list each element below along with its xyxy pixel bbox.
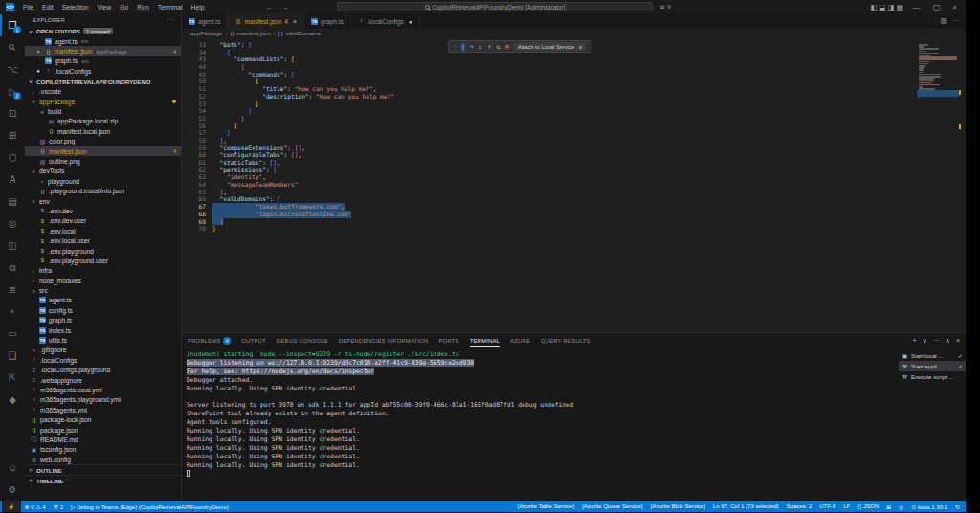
panel-tab-azure[interactable]: AZURE: [510, 333, 530, 347]
terminal-instance[interactable]: ⚒Execute script ...: [899, 371, 966, 382]
open-editor-item[interactable]: TSgraph.tssrc: [25, 56, 181, 66]
menu-run[interactable]: Run: [133, 4, 152, 11]
activity-m365-agents-toolkit[interactable]: ▤: [0, 190, 25, 212]
breadcrumb[interactable]: appPackage›{}manifest.json›[ ]validDomai…: [182, 29, 966, 38]
tree-item[interactable]: TSgraph.ts: [25, 316, 181, 325]
activity-extensions[interactable]: ⊞: [0, 124, 25, 146]
open-editor-item[interactable]: ●!.localConfigs: [25, 66, 181, 76]
step-over-icon[interactable]: ↷: [470, 43, 474, 51]
tree-item[interactable]: {}.playground.installInfo.json: [25, 186, 181, 195]
tree-item[interactable]: {}package-lock.json: [25, 414, 181, 424]
tree-item[interactable]: ▣tsconfig.json: [25, 445, 181, 455]
tree-item[interactable]: $.env.dev.user: [25, 216, 181, 226]
tree-item[interactable]: TSconfig.ts: [25, 305, 181, 315]
activity-containers[interactable]: ◫: [0, 234, 25, 256]
breadcrumb-item[interactable]: manifest.json: [236, 31, 270, 36]
back-icon[interactable]: ←: [265, 3, 273, 11]
tree-item[interactable]: vsrc: [25, 285, 181, 295]
step-into-icon[interactable]: ↓: [479, 43, 482, 51]
activity-manage[interactable]: ⚙: [0, 479, 25, 501]
minimize-button[interactable]: —: [910, 3, 924, 11]
panel-tab-terminal[interactable]: TERMINAL: [470, 333, 500, 347]
layout-status-icon[interactable]: ⊞: [882, 501, 895, 512]
tools-count[interactable]: ⚒ 2: [50, 501, 67, 512]
tree-item[interactable]: {}manifest.json4: [25, 146, 181, 156]
panel-tab-query-results[interactable]: QUERY RESULTS: [541, 333, 590, 347]
indentation[interactable]: Spaces: 2: [783, 501, 816, 512]
activity-remote-window[interactable]: ⧉: [0, 256, 25, 279]
problems-summary[interactable]: ⊗ 0 ⚠ 4: [21, 501, 50, 512]
open-editor-item[interactable]: TSagent.tssrc: [25, 36, 181, 46]
tree-item[interactable]: $.env.playground: [25, 246, 181, 256]
tree-item[interactable]: !m365agents.playground.yml: [25, 395, 181, 405]
activity-source-control[interactable]: ⌥: [0, 58, 25, 80]
tree-item[interactable]: ▨color.png: [25, 137, 181, 146]
copilot-control[interactable]: ⧇ ∨: [660, 3, 672, 11]
breadcrumb-item[interactable]: validDomains: [286, 31, 321, 36]
tree-item[interactable]: !m365agents.yml: [25, 405, 181, 414]
activity-explorer[interactable]: ❐1: [0, 14, 25, 36]
menu-view[interactable]: View: [94, 4, 116, 11]
layout-toggle-icon-1[interactable]: ⬓: [879, 3, 887, 11]
activity-remote-explorer[interactable]: ⊡: [0, 102, 25, 124]
drag-handle-icon[interactable]: ∷: [454, 43, 457, 50]
pause-icon[interactable]: ‖: [461, 43, 465, 51]
activity-run-and-debug[interactable]: ▷2: [0, 80, 25, 102]
activity-teams-toolkit[interactable]: ◆: [0, 389, 25, 411]
activity-search[interactable]: ⚲: [0, 36, 25, 58]
tree-item[interactable]: vbuild: [25, 106, 181, 116]
sync-icon[interactable]: ↻: [951, 501, 964, 512]
tree-item[interactable]: !.localConfigs: [25, 355, 181, 365]
menu-edit[interactable]: Edit: [38, 4, 57, 11]
language-mode[interactable]: {} JSON: [854, 501, 882, 512]
layout-toggle-icon-2[interactable]: ◨: [888, 3, 897, 11]
step-out-icon[interactable]: ↑: [487, 43, 491, 51]
open-editor-item[interactable]: ×{}manifest.jsonappPackage4: [25, 46, 181, 56]
outline-header[interactable]: > OUTLINE: [25, 464, 181, 475]
azurite-table-service[interactable]: [Azurite Table Service]: [514, 501, 579, 512]
menu-go[interactable]: Go: [116, 4, 132, 11]
tree-item[interactable]: $.env.local: [25, 226, 181, 235]
activity-api-center[interactable]: ◎: [0, 212, 25, 234]
activity-azure[interactable]: A: [0, 168, 25, 190]
views-more-icon[interactable]: ⋯: [933, 337, 940, 345]
restart-icon[interactable]: ↻: [497, 43, 501, 51]
menu-selection[interactable]: Selection: [58, 4, 93, 11]
activity-database[interactable]: ≣: [0, 279, 25, 301]
menu-file[interactable]: File: [19, 4, 37, 11]
tree-item[interactable]: $.env.local.user: [25, 235, 181, 245]
tree-item[interactable]: TSagent.ts: [25, 296, 181, 305]
terminal-instance[interactable]: ⚒Start appli...✓: [899, 361, 966, 371]
tree-item[interactable]: ≡.webappignore: [25, 375, 181, 385]
panel-tab-output[interactable]: OUTPUT: [241, 333, 265, 347]
tree-item[interactable]: ≡.localConfigs.playground: [25, 366, 181, 375]
layout-toggle-icon-3[interactable]: ▦: [897, 3, 903, 11]
tree-item[interactable]: {}package.json: [25, 425, 181, 435]
tree-item[interactable]: vappPackage: [25, 97, 181, 106]
tree-item[interactable]: ⚙web.config: [25, 455, 181, 464]
encoding[interactable]: UTF-8: [815, 501, 839, 512]
activity-azure-resources[interactable]: ⬡: [0, 146, 25, 168]
tree-item[interactable]: $.env.playground.user: [25, 256, 181, 265]
breadcrumb-item[interactable]: appPackage: [190, 31, 222, 36]
close-panel-icon[interactable]: ×: [956, 337, 960, 344]
menu-help[interactable]: Help: [187, 4, 208, 11]
menu-terminal[interactable]: Terminal: [154, 4, 187, 11]
tree-item[interactable]: $.env.dev: [25, 206, 181, 215]
terminal-output[interactable]: [nodemon] starting `node --inspect=9239 …: [182, 347, 899, 501]
tree-item[interactable]: ›infra: [25, 266, 181, 276]
activity-accounts[interactable]: ☺: [0, 457, 25, 479]
layout-toggle-icons[interactable]: ◧ ⬓ ◨ ▦: [870, 3, 903, 11]
split-editor-icon[interactable]: ▥: [940, 17, 947, 25]
close-icon[interactable]: ×: [293, 18, 297, 25]
launch-profile-icon[interactable]: ∨: [923, 337, 927, 345]
tree-item[interactable]: ⓘREADME.md: [25, 435, 181, 444]
azurite-queue-service[interactable]: [Azurite Queue Service]: [578, 501, 646, 512]
debug-config-dropdown[interactable]: Attach to Local Service ∨: [514, 42, 587, 51]
tree-item[interactable]: ›.vscode: [25, 87, 181, 97]
tree-item[interactable]: TSindex.ts: [25, 325, 181, 335]
close-button[interactable]: ×: [949, 3, 960, 11]
cursor-position[interactable]: Ln 67, Col 1 (73 selected): [709, 501, 783, 512]
tree-item[interactable]: ⋄.gitignore: [25, 346, 181, 355]
terminal-instance[interactable]: ▣Start local ...✓: [899, 350, 966, 361]
